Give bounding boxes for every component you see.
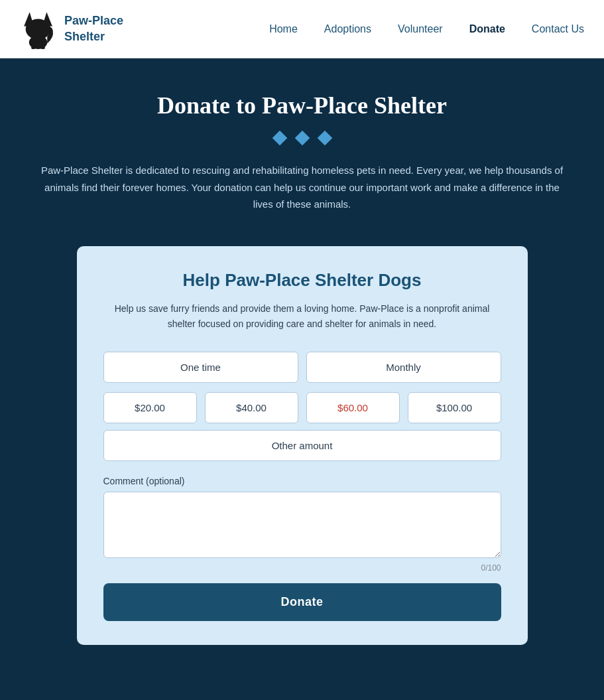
frequency-row: One time Monthly <box>103 352 501 383</box>
nav-links: Home Adoptions Volunteer Donate Contact … <box>269 23 584 35</box>
diamond-icon-2 <box>294 131 310 146</box>
amount-row: $20.00 $40.00 $60.00 $100.00 <box>103 392 501 423</box>
nav-link-home[interactable]: Home <box>269 23 298 35</box>
card-description: Help us save furry friends and provide t… <box>103 301 501 332</box>
diamond-icon-1 <box>272 131 287 146</box>
nav-link-donate[interactable]: Donate <box>469 23 505 35</box>
nav-link-adoptions[interactable]: Adoptions <box>324 23 371 35</box>
one-time-button[interactable]: One time <box>103 352 298 383</box>
comment-label: Comment (optional) <box>103 476 501 486</box>
logo-text: Paw-Place Shelter <box>64 13 123 44</box>
nav-link-contact[interactable]: Contact Us <box>532 23 584 35</box>
char-count: 0/100 <box>103 563 501 573</box>
diamond-icon-3 <box>317 131 332 146</box>
cat-logo-icon <box>20 9 56 49</box>
hero-section: Donate to Paw-Place Shelter Paw-Place Sh… <box>0 58 604 233</box>
nav-link-volunteer[interactable]: Volunteer <box>398 23 443 35</box>
decorative-diamonds <box>40 133 564 143</box>
svg-rect-4 <box>31 46 35 48</box>
donation-card: Help Paw-Place Shelter Dogs Help us save… <box>77 246 528 645</box>
svg-rect-5 <box>41 46 45 48</box>
donate-submit-button[interactable]: Donate <box>103 583 501 621</box>
amount-button-100[interactable]: $100.00 <box>408 392 501 423</box>
card-title: Help Paw-Place Shelter Dogs <box>103 270 501 291</box>
card-wrapper: Help Paw-Place Shelter Dogs Help us save… <box>0 233 604 678</box>
navbar: Paw-Place Shelter Home Adoptions Volunte… <box>0 0 604 58</box>
other-amount-button[interactable]: Other amount <box>103 430 501 461</box>
amount-button-20[interactable]: $20.00 <box>103 392 197 423</box>
amount-button-40[interactable]: $40.00 <box>205 392 298 423</box>
comment-textarea[interactable] <box>103 492 501 558</box>
amount-button-60[interactable]: $60.00 <box>306 392 400 423</box>
hero-description: Paw-Place Shelter is dedicated to rescui… <box>40 162 564 213</box>
page-title: Donate to Paw-Place Shelter <box>40 92 564 119</box>
monthly-button[interactable]: Monthly <box>306 352 501 383</box>
logo-area: Paw-Place Shelter <box>20 9 123 49</box>
